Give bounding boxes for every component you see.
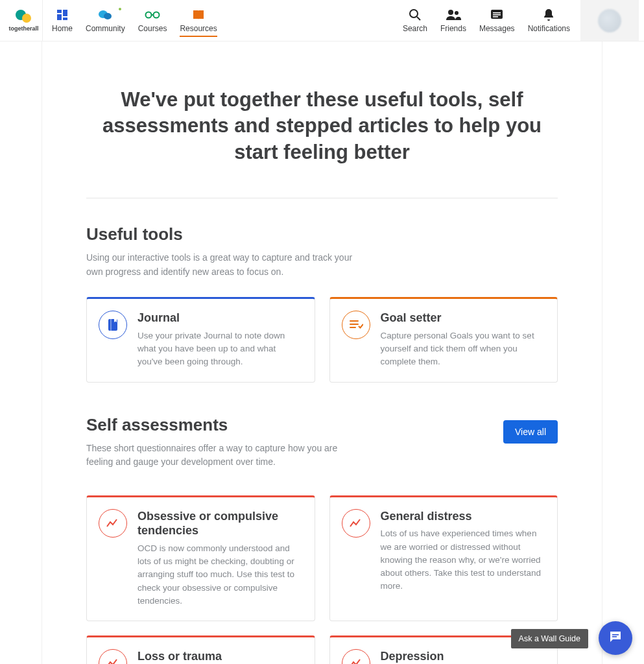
hero-title: We've put together these useful tools, s…	[101, 87, 543, 165]
section-self-assessments: Self assessments These short questionnai…	[42, 415, 602, 664]
top-nav: togetherall Home Community Courses	[0, 0, 644, 42]
divider	[86, 198, 558, 198]
notification-dot-icon	[117, 6, 123, 12]
nav-label: Messages	[479, 24, 515, 33]
section-heading: Self assessments	[86, 415, 503, 435]
card-title: Obsessive or compulsive tendencies	[137, 509, 303, 538]
svg-point-7	[154, 12, 160, 18]
avatar-icon	[598, 9, 621, 32]
trend-icon	[342, 509, 370, 538]
trend-icon	[342, 649, 370, 664]
card-title: Journal	[137, 311, 303, 326]
chat-icon	[608, 629, 623, 647]
trend-icon	[99, 649, 127, 664]
svg-rect-13	[493, 14, 501, 16]
nav-label: Notifications	[528, 24, 570, 33]
trend-icon	[99, 509, 127, 538]
journal-icon	[99, 311, 127, 339]
resources-page: We've put together these useful tools, s…	[42, 42, 602, 664]
svg-point-8	[410, 10, 418, 18]
brand-name: togetherall	[8, 25, 38, 32]
bell-icon	[543, 8, 555, 21]
wall-guide-tooltip: Ask a Wall Guide	[511, 629, 588, 648]
card-title: Depression	[381, 649, 546, 664]
section-heading: Useful tools	[86, 224, 558, 244]
svg-rect-0	[57, 10, 62, 13]
nav-label: Resources	[180, 24, 217, 33]
section-useful-tools: Useful tools Using our interactive tools…	[42, 224, 602, 415]
svg-rect-3	[63, 18, 67, 20]
glasses-icon	[145, 8, 160, 21]
nav-label: Friends	[440, 24, 466, 33]
card-title: Goal setter	[381, 311, 546, 326]
hero: We've put together these useful tools, s…	[42, 42, 602, 198]
svg-point-10	[455, 11, 459, 15]
nav-label: Courses	[138, 24, 167, 33]
chat-fab[interactable]	[599, 621, 632, 655]
assessment-card-ocd[interactable]: Obsessive or compulsive tendencies OCD i…	[86, 495, 315, 621]
logo-icon	[16, 10, 32, 24]
nav-home[interactable]: Home	[45, 0, 79, 41]
assessment-card-general-distress[interactable]: General distress Lots of us have experie…	[329, 495, 558, 621]
utility-nav: Search Friends Messages Notifications	[396, 0, 639, 41]
chat-bubbles-icon	[98, 8, 112, 21]
message-icon	[490, 8, 503, 21]
svg-rect-17	[612, 634, 619, 635]
section-subtext: These short questionnaires offer a way t…	[86, 442, 365, 469]
section-subtext: Using our interactive tools is a great w…	[86, 251, 365, 279]
card-title: Loss or trauma	[137, 649, 303, 664]
card-desc: Use your private Journal to note down wh…	[137, 329, 303, 369]
people-icon	[446, 8, 461, 21]
svg-point-5	[104, 13, 112, 19]
book-icon	[192, 8, 205, 21]
nav-community[interactable]: Community	[79, 0, 132, 41]
card-title: General distress	[381, 509, 546, 524]
user-menu[interactable]	[580, 0, 639, 41]
assessment-card-loss-trauma[interactable]: Loss or trauma Loss and trauma can impac…	[86, 635, 315, 664]
primary-nav: Home Community Courses Resources	[45, 0, 224, 41]
nav-label: Search	[403, 24, 427, 33]
search-icon	[409, 8, 422, 21]
svg-rect-16	[110, 319, 112, 331]
tool-card-journal[interactable]: Journal Use your private Journal to note…	[86, 297, 315, 382]
nav-resources[interactable]: Resources	[173, 0, 223, 41]
svg-rect-12	[493, 12, 501, 14]
card-desc: Lots of us have experienced times when w…	[381, 527, 546, 593]
nav-notifications[interactable]: Notifications	[521, 0, 577, 41]
brand-logo[interactable]: togetherall	[5, 0, 43, 41]
svg-rect-2	[57, 14, 62, 20]
nav-courses[interactable]: Courses	[132, 0, 174, 41]
card-desc: Capture personal Goals you want to set y…	[381, 329, 546, 369]
nav-friends[interactable]: Friends	[434, 0, 473, 41]
nav-search[interactable]: Search	[396, 0, 434, 41]
svg-point-6	[146, 12, 152, 18]
nav-label: Community	[86, 24, 125, 33]
tool-card-goal-setter[interactable]: Goal setter Capture personal Goals you w…	[329, 297, 558, 382]
svg-point-9	[448, 10, 453, 15]
svg-rect-14	[493, 16, 498, 18]
nav-label: Home	[52, 24, 73, 33]
home-icon	[56, 8, 68, 21]
nav-messages[interactable]: Messages	[473, 0, 521, 41]
checklist-icon	[342, 311, 370, 339]
view-all-button[interactable]: View all	[503, 420, 558, 444]
card-desc: OCD is now commonly understood and lots …	[137, 542, 303, 608]
svg-rect-18	[612, 636, 617, 637]
svg-rect-1	[63, 10, 67, 16]
